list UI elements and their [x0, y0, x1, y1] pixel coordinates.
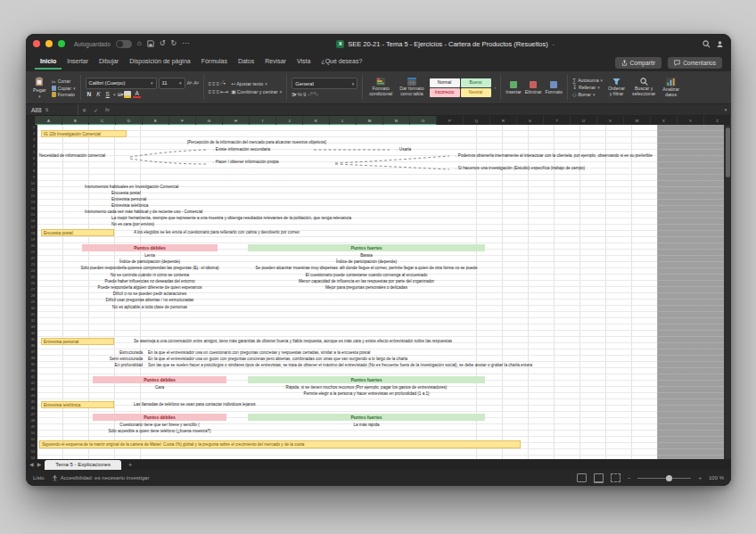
row-header[interactable]: 4 — [26, 144, 37, 150]
normal-view-icon[interactable] — [577, 473, 587, 482]
cell-text[interactable]: En la que el entrevistador usa un cuesti… — [148, 349, 370, 356]
row-header[interactable]: 49 — [26, 424, 37, 431]
row-header[interactable]: 40 — [26, 368, 37, 374]
cell-text[interactable]: Rápida, si se tienen muchos recursos (Po… — [286, 384, 448, 390]
formula-bar-expand-icon[interactable]: ▾ — [720, 107, 731, 112]
bold-button[interactable]: N — [86, 91, 94, 97]
page-layout-view-icon[interactable] — [594, 473, 604, 483]
search-icon[interactable] — [703, 40, 711, 48]
row-header[interactable]: 39 — [26, 362, 37, 368]
personal-label-cell[interactable]: Entrevista personal — [41, 338, 114, 345]
column-header[interactable]: Q — [464, 116, 490, 125]
row-header[interactable]: 5 — [26, 150, 37, 156]
cell-text[interactable]: → Podemos obtenerla internamente al inte… — [453, 152, 653, 159]
cell-text[interactable]: Instrumento cada vez más habitual y de r… — [85, 209, 202, 215]
format-painter-button[interactable]: Formato — [52, 92, 76, 97]
row-header[interactable]: 37 — [26, 349, 37, 356]
row-header[interactable]: 52 — [26, 443, 37, 449]
cell-text[interactable]: → Si hacemos una investigación (Estudio)… — [453, 165, 585, 171]
align-left-button[interactable]: ≡ — [209, 89, 211, 94]
row-header[interactable]: 47 — [26, 412, 37, 418]
task-cell[interactable]: Siguiendo el esquema de la matriz origin… — [39, 440, 521, 448]
redo-icon[interactable]: ↻ — [170, 39, 177, 48]
column-header[interactable]: I — [250, 116, 276, 125]
analyze-data-button[interactable]: Analizar datos — [661, 78, 681, 97]
accessibility-status[interactable]: Accesibilidad: es necesario investigar — [52, 475, 150, 481]
name-box[interactable]: A88 ⇅ — [26, 104, 78, 115]
ribbon-tab[interactable]: Insertar — [62, 55, 94, 70]
cell-style-bad[interactable]: Incorrecto — [430, 88, 460, 97]
cell-text[interactable]: Lenta — [144, 252, 155, 259]
column-header[interactable]: E — [143, 116, 169, 125]
row-header[interactable]: 13 — [26, 200, 37, 206]
column-header[interactable]: N — [383, 116, 410, 125]
cell-text[interactable]: No es cara (por envíos) — [111, 221, 154, 227]
fx-icon[interactable]: fx — [102, 107, 113, 112]
align-top-button[interactable]: ≡ — [209, 81, 211, 86]
column-header[interactable]: C — [89, 116, 116, 125]
row-header[interactable]: 7 — [26, 162, 37, 168]
vertical-scrollbar[interactable] — [724, 125, 731, 459]
decrease-decimal-button[interactable]: ⁰⁘ — [314, 91, 318, 97]
cell-text[interactable]: Cuestionario tiene que ser breve y senci… — [119, 422, 199, 428]
row-header[interactable]: 28 — [26, 293, 37, 300]
cell-text[interactable]: Difícil usar preguntas abiertas / no est… — [106, 297, 194, 303]
strong-points-list[interactable]: La más rápida — [248, 422, 485, 428]
row-header[interactable]: 21 — [26, 250, 37, 256]
grid-area[interactable]: IG 22b Investigación Comercial [Percepci… — [37, 125, 724, 459]
ribbon-tab[interactable]: Datos — [233, 55, 259, 70]
formula-input[interactable] — [113, 104, 720, 115]
row-header[interactable]: 54 — [26, 456, 37, 459]
column-header[interactable]: A — [36, 116, 62, 125]
tab-scroll-left-icon[interactable]: ◀ — [29, 460, 34, 470]
weak-points-header[interactable]: Puntos débiles — [93, 376, 226, 383]
comments-button[interactable]: Comentarios — [668, 57, 722, 69]
weak-points-list[interactable]: LentaÍndice de participación (depende)Só… — [82, 252, 218, 310]
cell-text[interactable]: Difícil o no se pueden pedir aclaracione… — [113, 291, 187, 297]
cell-text[interactable]: Necesidad de información comercial — [39, 152, 105, 159]
cell-text[interactable]: Encuesta postal — [111, 190, 141, 196]
copy-button[interactable]: Copiar▾ — [52, 86, 76, 91]
cell-text[interactable]: Estructurada — [91, 349, 143, 356]
row-header[interactable]: 15 — [26, 212, 37, 218]
conditional-formatting-button[interactable]: Formato condicional — [367, 78, 394, 96]
row-header[interactable]: 19 — [26, 237, 37, 243]
cell-text[interactable]: Entrevista personal — [111, 196, 146, 202]
format-cells-button[interactable]: Formato — [546, 81, 563, 94]
cell-text[interactable]: Se asemeja a una conversación entre amig… — [134, 338, 452, 344]
align-bottom-button[interactable]: ≡ — [217, 81, 219, 86]
row-header[interactable]: 45 — [26, 399, 37, 406]
scrollbar-thumb[interactable] — [726, 127, 730, 177]
enter-icon[interactable]: ✓ — [90, 107, 102, 113]
column-header[interactable]: M — [357, 116, 383, 125]
row-header[interactable]: 8 — [26, 168, 37, 175]
chevron-down-icon[interactable]: ⌄ — [552, 41, 555, 46]
more-icon[interactable]: ⋯ — [182, 39, 189, 48]
column-header[interactable]: K — [303, 116, 330, 125]
cell-text[interactable]: En profundidad — [91, 362, 143, 368]
column-header[interactable]: U — [571, 116, 597, 125]
row-header[interactable]: 42 — [26, 381, 37, 387]
column-header[interactable]: V — [597, 116, 624, 125]
cell-text[interactable]: La más rápida — [353, 422, 379, 428]
row-header[interactable]: 1 — [26, 125, 37, 131]
cancel-icon[interactable]: ✕ — [78, 107, 90, 113]
row-header[interactable]: 33 — [26, 325, 37, 331]
find-select-button[interactable]: Buscar y seleccionar — [630, 78, 657, 96]
cell-style-normal[interactable]: Normal — [430, 78, 460, 87]
autosum-button[interactable]: ∑Autosuma▾ — [572, 78, 603, 83]
fill-color-button[interactable] — [124, 91, 131, 98]
weak-points-header[interactable]: Puntos débiles — [82, 244, 218, 251]
page-break-view-icon[interactable] — [611, 473, 620, 482]
zoom-in-icon[interactable]: + — [698, 475, 702, 481]
column-header[interactable]: Y — [678, 116, 704, 125]
clear-button[interactable]: ◇Borrar▾ — [572, 91, 603, 97]
column-header[interactable]: G — [196, 116, 223, 125]
cell-text[interactable]: Son las que se suelen hacer a psicólogos… — [148, 362, 532, 368]
row-header[interactable]: 48 — [26, 418, 37, 424]
add-sheet-button[interactable]: + — [125, 460, 136, 470]
cell-text[interactable]: [Percepción de la información del mercad… — [187, 139, 326, 145]
cell-text[interactable]: Índice de participación (depende) — [336, 259, 397, 265]
row-header[interactable]: 6 — [26, 156, 37, 162]
cell-text[interactable]: No es aplicable a toda clase de personas — [112, 304, 187, 310]
